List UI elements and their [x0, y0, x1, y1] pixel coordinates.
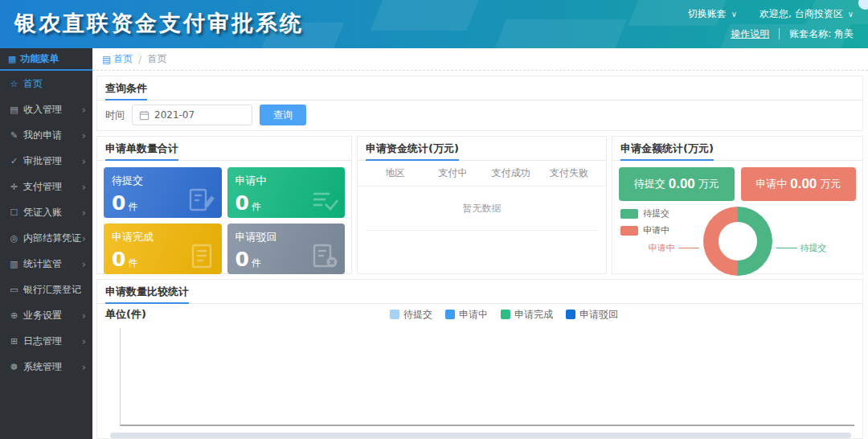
legend-label: 待提交 [403, 308, 432, 322]
legend-label: 申请驳回 [579, 308, 618, 322]
stat-card-value: 0 [235, 191, 249, 215]
stat-card-value: 0 [235, 248, 249, 271]
legend-label: 申请中 [643, 224, 669, 236]
chevron-right-icon: › [82, 361, 86, 373]
sidebar: ▦ 功能菜单 ☆ 首页 ▤ 收入管理 › ✎ 我的申请 [0, 48, 92, 439]
legend-item[interactable]: 申请中 [445, 308, 488, 322]
fund-table-column: 地区 [366, 166, 424, 180]
stat-card-unit: 件 [252, 201, 261, 212]
chevron-right-icon: › [82, 232, 86, 244]
chevron-right-icon: › [82, 155, 86, 167]
home-doc-icon: ▤ [102, 54, 111, 65]
pending-amount-button[interactable]: 待提交0.00万元 [619, 167, 735, 201]
stat-card-pending-submit[interactable]: 待提交 0件 [104, 167, 222, 218]
fund-table-header: 地区支付中支付成功支付失败 [358, 161, 606, 187]
stat-card-in-progress[interactable]: 申请中 0件 [227, 167, 346, 218]
chart-unit-label: 单位(件) [105, 307, 146, 322]
legend-swatch [390, 310, 399, 319]
list-check-icon [310, 185, 339, 214]
account-name-label: 账套名称: 角美 [789, 27, 854, 41]
chevron-right-icon: › [82, 129, 86, 142]
sidebar-item-label: 审批管理 [23, 154, 62, 168]
stat-card-unit: 件 [128, 201, 137, 212]
stat-card-completed[interactable]: 申请完成 0件 [104, 224, 222, 274]
sidebar-menu: ☆ 首页 ▤ 收入管理 › ✎ 我的申请 › ✓ [0, 71, 92, 380]
legend-item[interactable]: 待提交 [620, 207, 669, 220]
legend-item[interactable]: 申请完成 [501, 308, 553, 322]
stat-card-value: 0 [112, 191, 125, 215]
breadcrumb-home-label: 首页 [113, 52, 133, 66]
sidebar-item-icon: ▭ [8, 285, 20, 295]
breadcrumb-home-link[interactable]: ▤ 首页 [102, 52, 133, 66]
legend-label: 申请中 [459, 308, 488, 322]
breadcrumb-current: 首页 [147, 52, 166, 66]
sidebar-item[interactable]: ☐ 凭证入账 › [0, 199, 92, 225]
in-progress-amount-button[interactable]: 申请中0.00万元 [741, 167, 857, 201]
fund-stats-panel: 申请资金统计(万元) 地区支付中支付成功支付失败 暂无数据 [357, 136, 607, 274]
chevron-down-icon[interactable]: ∨ [731, 10, 737, 18]
sidebar-item[interactable]: ☸ 系统管理 › [0, 354, 92, 380]
operation-guide-link[interactable]: 操作说明 [731, 27, 769, 41]
chevron-right-icon: › [82, 207, 86, 219]
compare-chart-legend: 待提交 申请中 申请完成 [390, 308, 618, 322]
sidebar-item[interactable]: ✛ 支付管理 › [0, 174, 92, 199]
sidebar-item-icon: ⊞ [8, 336, 20, 347]
sidebar-item-label: 首页 [23, 77, 43, 91]
edit-document-icon [187, 185, 216, 214]
sidebar-item[interactable]: ☆ 首页 [0, 71, 92, 96]
header-decoration [490, 19, 627, 48]
time-label: 时间 [105, 109, 125, 122]
legend-item[interactable]: 申请驳回 [566, 308, 618, 322]
month-picker-input[interactable]: 2021-07 [132, 105, 252, 125]
stat-card-rejected[interactable]: 申请驳回 0件 [227, 224, 346, 274]
document-lines-icon [187, 241, 216, 270]
search-button[interactable]: 查询 [260, 105, 306, 125]
compare-stats-panel-title: 申请数量比较统计 [97, 280, 862, 304]
welcome-user-dropdown[interactable]: 欢迎您, 台商投资区 [760, 7, 843, 21]
fund-table-column: 支付失败 [540, 166, 598, 180]
chevron-right-icon: › [82, 310, 86, 322]
header-decoration [371, 0, 482, 31]
fund-stats-panel-title: 申请资金统计(万元) [358, 137, 606, 161]
chevron-right-icon: › [82, 104, 86, 116]
legend-swatch [445, 310, 455, 319]
breadcrumb-separator: / [138, 54, 141, 65]
sidebar-item-icon: ☐ [8, 207, 20, 218]
fund-table-column: 支付成功 [482, 166, 540, 180]
donut-label-in-progress: 申请中 [649, 242, 699, 254]
stat-card-value: 0 [112, 248, 125, 271]
switch-account-dropdown[interactable]: 切换账套 [688, 7, 727, 21]
sidebar-item-icon: ☆ [8, 79, 20, 89]
sidebar-item[interactable]: ◎ 内部结算凭证 › [0, 225, 92, 251]
sidebar-item[interactable]: ▭ 银行汇票登记 [0, 277, 92, 302]
app-header: 银农直联资金支付审批系统 切换账套 ∨ 欢迎您, 台商投资区 ∨ 操作说明 账套… [0, 0, 868, 48]
month-picker-value: 2021-07 [154, 109, 194, 121]
chart-horizontal-scrollbar[interactable] [110, 433, 851, 438]
chevron-down-icon[interactable]: ∨ [848, 10, 854, 18]
sidebar-menu-header-label: 功能菜单 [20, 52, 59, 66]
amount-donut-chart-area: 待提交 申请中 申请中 [612, 206, 862, 280]
sidebar-item[interactable]: ⊕ 业务设置 › [0, 302, 92, 328]
sidebar-item[interactable]: ▤ 收入管理 › [0, 96, 92, 122]
legend-item[interactable]: 待提交 [390, 308, 432, 322]
app-title: 银农直联资金支付审批系统 [14, 9, 304, 38]
legend-swatch [566, 310, 575, 319]
donut-label-pending: 待提交 [776, 242, 827, 254]
chevron-right-icon: › [82, 335, 86, 347]
sidebar-item[interactable]: ✎ 我的申请 › [0, 122, 92, 148]
sidebar-menu-header: ▦ 功能菜单 [0, 48, 92, 71]
sidebar-item[interactable]: ✓ 审批管理 › [0, 148, 92, 174]
chevron-right-icon: › [82, 181, 86, 193]
request-count-panel-title: 申请单数量合计 [97, 137, 351, 161]
compare-stats-panel: 申请数量比较统计 单位(件) 待提交 [96, 279, 863, 439]
legend-swatch [501, 310, 510, 319]
sidebar-item[interactable]: ▥ 统计监管 › [0, 251, 92, 277]
sidebar-item[interactable]: ⊞ 日志管理 › [0, 328, 92, 354]
calendar-icon [139, 110, 149, 121]
legend-label: 申请完成 [514, 308, 553, 322]
sidebar-item-label: 收入管理 [23, 103, 62, 117]
legend-swatch [620, 209, 638, 219]
stat-card-unit: 件 [128, 257, 137, 269]
sidebar-item-label: 支付管理 [23, 180, 62, 194]
legend-item[interactable]: 申请中 [620, 224, 669, 236]
